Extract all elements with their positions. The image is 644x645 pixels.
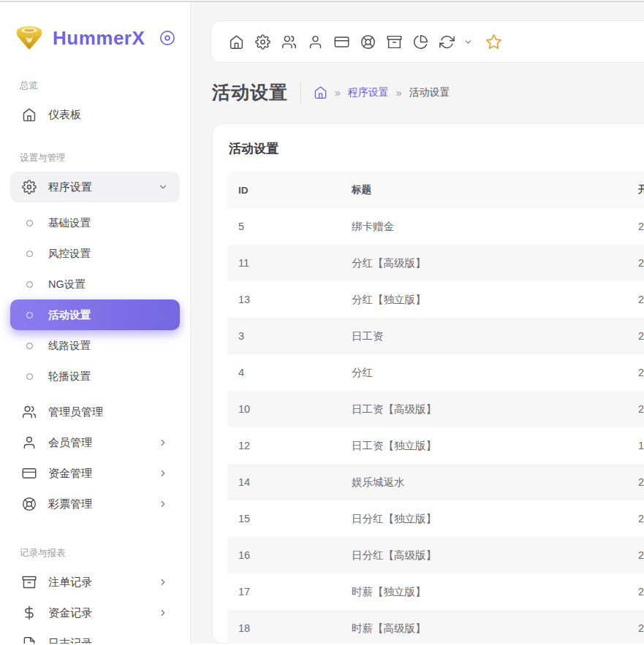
table-row[interactable]: 4分红2 — [227, 354, 644, 391]
cell-clipped: 2 — [638, 622, 644, 634]
cell-title: 日分红【独立版】 — [352, 512, 638, 526]
program-settings-submenu: 基础设置 风控设置 NG设置 活动设置 线路设置 轮播设置 — [0, 207, 190, 392]
cell-id: 14 — [238, 476, 352, 488]
table-row[interactable]: 13分红【独立版】2 — [227, 281, 644, 318]
sidebar-item-bet-records[interactable]: 注单记录 — [10, 567, 180, 598]
users-icon[interactable] — [281, 34, 297, 50]
bullet-circle-icon — [26, 281, 33, 288]
card-title: 活动设置 — [229, 140, 643, 157]
cell-id: 12 — [238, 440, 352, 451]
cell-id: 3 — [238, 330, 352, 342]
chevron-down-icon — [158, 182, 168, 192]
sidebar-item-label: 日志记录 — [48, 637, 92, 644]
sub-item-label: 线路设置 — [48, 339, 91, 353]
home-icon[interactable] — [229, 34, 244, 50]
sidebar-item-program-settings[interactable]: 程序设置 — [10, 172, 180, 202]
users-icon — [22, 405, 37, 419]
sidebar-item-label: 资金管理 — [48, 467, 92, 481]
breadcrumb-link-program-settings[interactable]: 程序设置 — [348, 86, 389, 99]
table-row[interactable]: 11分红【高级版】2 — [227, 245, 644, 281]
chevron-down-icon[interactable] — [463, 37, 473, 47]
sidebar-item-admin-management[interactable]: 管理员管理 — [10, 397, 180, 427]
cell-title: 日工资【独立版】 — [352, 439, 638, 453]
brand-logo-icon — [15, 24, 44, 52]
sub-item-label: 活动设置 — [48, 308, 91, 322]
sidebar-item-basic-settings[interactable]: 基础设置 — [10, 207, 180, 238]
bullet-circle-icon — [26, 251, 33, 257]
chevron-right-icon — [158, 577, 168, 587]
user-icon — [22, 435, 37, 450]
chevron-right-icon — [158, 438, 168, 448]
chevron-right-icon — [158, 608, 168, 618]
bullet-circle-icon — [26, 312, 33, 318]
sidebar-item-fund-records[interactable]: 资金记录 — [10, 598, 180, 628]
table-row[interactable]: 18时薪【高级版】2 — [227, 610, 644, 644]
sidebar-item-line-settings[interactable]: 线路设置 — [10, 330, 180, 361]
cell-clipped: 2 — [638, 330, 644, 342]
cell-clipped: 2 — [638, 221, 644, 232]
page-title: 活动设置 — [212, 80, 288, 104]
lifebuoy-icon — [22, 497, 37, 511]
sidebar-item-label: 资金记录 — [48, 606, 92, 620]
sidebar-item-dashboard[interactable]: 仪表板 — [10, 99, 180, 130]
lifebuoy-icon[interactable] — [360, 34, 376, 50]
title-divider — [300, 82, 301, 104]
table-row[interactable]: 5绑卡赠金2 — [227, 208, 644, 245]
cell-clipped: 2 — [638, 476, 644, 488]
table-header-row: ID 标题 开 — [227, 172, 644, 208]
cell-id: 10 — [238, 403, 352, 415]
credit-card-icon[interactable] — [334, 34, 349, 50]
breadcrumb-home-icon[interactable] — [314, 85, 327, 99]
app-layout: HummerX 总览 仪表板 设置与管理 程序设置 基础设置 风控设置 — [0, 2, 644, 644]
sidebar-item-label: 仪表板 — [48, 108, 81, 122]
table-row[interactable]: 10日工资【高级版】2 — [227, 391, 644, 427]
user-icon[interactable] — [308, 34, 323, 50]
quick-access-toolbar — [211, 20, 644, 63]
bullet-circle-icon — [26, 343, 33, 349]
cell-id: 17 — [238, 586, 352, 598]
star-icon[interactable] — [485, 34, 502, 50]
brand-name: HummerX — [53, 27, 145, 50]
table-row[interactable]: 12日工资【独立版】19 — [227, 427, 644, 464]
table-row[interactable]: 15日分红【独立版】2 — [227, 500, 644, 537]
column-header-title: 标题 — [352, 183, 638, 196]
cell-id: 13 — [238, 294, 352, 305]
dollar-icon — [22, 606, 37, 620]
home-icon — [22, 107, 37, 122]
gear-icon — [22, 180, 37, 194]
sidebar-item-fund-management[interactable]: 资金管理 — [10, 458, 180, 489]
sidebar-item-ng-settings[interactable]: NG设置 — [10, 269, 180, 299]
table-body: 5绑卡赠金211分红【高级版】213分红【独立版】23日工资24分红210日工资… — [227, 208, 644, 644]
main-area: 活动设置 » 程序设置 » 活动设置 活动设置 ID 标题 开 5绑卡赠金211… — [191, 2, 644, 644]
sidebar-item-activity-settings[interactable]: 活动设置 — [10, 299, 180, 330]
cell-id: 4 — [238, 367, 352, 378]
cell-title: 时薪【独立版】 — [352, 585, 638, 599]
cell-title: 日工资【高级版】 — [352, 402, 638, 416]
gear-icon[interactable] — [255, 34, 270, 50]
table-row[interactable]: 14娱乐城返水2 — [227, 464, 644, 500]
archive-icon[interactable] — [387, 34, 402, 50]
table-row[interactable]: 17时薪【独立版】2 — [227, 573, 644, 610]
archive-icon — [22, 575, 37, 589]
table-row[interactable]: 3日工资2 — [227, 318, 644, 354]
sidebar-item-log-records[interactable]: 日志记录 — [10, 628, 180, 644]
cell-title: 日分红【高级版】 — [352, 549, 638, 562]
sidebar-header: HummerX — [0, 2, 190, 52]
sidebar: HummerX 总览 仪表板 设置与管理 程序设置 基础设置 风控设置 — [0, 2, 191, 644]
sidebar-item-member-management[interactable]: 会员管理 — [10, 427, 180, 458]
sidebar-item-label: 会员管理 — [48, 436, 92, 450]
sidebar-item-label: 彩票管理 — [48, 497, 92, 511]
sidebar-collapse-icon[interactable] — [159, 30, 175, 46]
sidebar-item-risk-settings[interactable]: 风控设置 — [10, 238, 180, 269]
refresh-icon[interactable] — [439, 34, 455, 50]
column-header-id: ID — [238, 185, 352, 196]
section-label-records: 记录与报表 — [20, 547, 170, 560]
section-label-settings: 设置与管理 — [20, 152, 170, 164]
bullet-circle-icon — [26, 373, 33, 380]
pie-chart-icon[interactable] — [413, 34, 428, 50]
sidebar-item-carousel-settings[interactable]: 轮播设置 — [10, 361, 180, 392]
sidebar-item-lottery-management[interactable]: 彩票管理 — [10, 489, 180, 519]
table-row[interactable]: 16日分红【高级版】2 — [227, 537, 644, 573]
cell-id: 11 — [238, 257, 352, 269]
cell-title: 分红 — [352, 366, 638, 380]
